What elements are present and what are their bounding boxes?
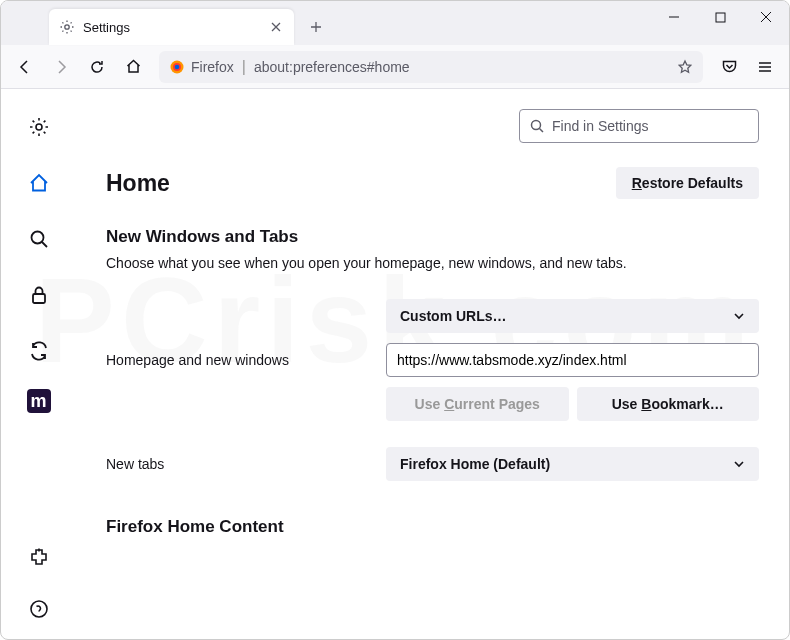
close-window-button[interactable] (743, 1, 789, 33)
dropdown-value: Custom URLs… (400, 308, 507, 324)
maximize-button[interactable] (697, 1, 743, 33)
section-title-2: Firefox Home Content (106, 517, 759, 537)
new-tab-button[interactable] (300, 11, 332, 43)
identity-box[interactable]: Firefox (169, 59, 234, 75)
tab-title: Settings (83, 20, 260, 35)
sidebar-help-icon[interactable] (21, 591, 57, 627)
chevron-down-icon (733, 310, 745, 322)
homepage-url-input[interactable] (386, 343, 759, 377)
page-title: Home (106, 170, 170, 197)
svg-point-4 (175, 64, 180, 69)
use-current-pages-button[interactable]: Use Current Pages (386, 387, 569, 421)
reload-button[interactable] (81, 51, 113, 83)
menu-button[interactable] (749, 51, 781, 83)
firefox-icon (169, 59, 185, 75)
sidebar-general-icon[interactable] (21, 109, 57, 145)
sidebar-more-icon[interactable]: m (27, 389, 51, 413)
section-desc: Choose what you see when you open your h… (106, 255, 759, 271)
sidebar-privacy-icon[interactable] (21, 277, 57, 313)
titlebar: Settings (1, 1, 789, 45)
main-panel: Home Restore Defaults New Windows and Ta… (76, 89, 789, 639)
url-text: about:preferences#home (254, 59, 669, 75)
bookmark-star-icon[interactable] (677, 59, 693, 75)
dropdown-value: Firefox Home (Default) (400, 456, 550, 472)
sidebar-sync-icon[interactable] (21, 333, 57, 369)
section-title: New Windows and Tabs (106, 227, 759, 247)
svg-point-5 (36, 124, 42, 130)
gear-icon (59, 19, 75, 35)
forward-button[interactable] (45, 51, 77, 83)
sidebar: m (1, 89, 76, 639)
settings-search[interactable] (519, 109, 759, 143)
sidebar-search-icon[interactable] (21, 221, 57, 257)
pocket-button[interactable] (713, 51, 745, 83)
sidebar-home-icon[interactable] (21, 165, 57, 201)
use-bookmark-button[interactable]: Use Bookmark… (577, 387, 760, 421)
newtabs-dropdown[interactable]: Firefox Home (Default) (386, 447, 759, 481)
svg-point-9 (532, 121, 541, 130)
newtabs-label: New tabs (106, 456, 386, 472)
url-bar[interactable]: Firefox | about:preferences#home (159, 51, 703, 83)
homepage-dropdown[interactable]: Custom URLs… (386, 299, 759, 333)
identity-label: Firefox (191, 59, 234, 75)
minimize-button[interactable] (651, 1, 697, 33)
back-button[interactable] (9, 51, 41, 83)
svg-point-0 (65, 25, 69, 29)
sidebar-extensions-icon[interactable] (21, 539, 57, 575)
chevron-down-icon (733, 458, 745, 470)
home-button[interactable] (117, 51, 149, 83)
window-controls (651, 1, 789, 33)
search-input[interactable] (552, 118, 748, 134)
browser-tab[interactable]: Settings (49, 9, 294, 45)
restore-defaults-button[interactable]: Restore Defaults (616, 167, 759, 199)
svg-point-6 (31, 232, 43, 244)
homepage-label: Homepage and new windows (106, 352, 386, 368)
svg-rect-1 (716, 13, 725, 22)
search-icon (530, 119, 544, 133)
content: m Home Restore Defaults New Windows and … (1, 89, 789, 639)
close-icon[interactable] (268, 19, 284, 35)
toolbar: Firefox | about:preferences#home (1, 45, 789, 89)
svg-rect-7 (33, 294, 45, 303)
